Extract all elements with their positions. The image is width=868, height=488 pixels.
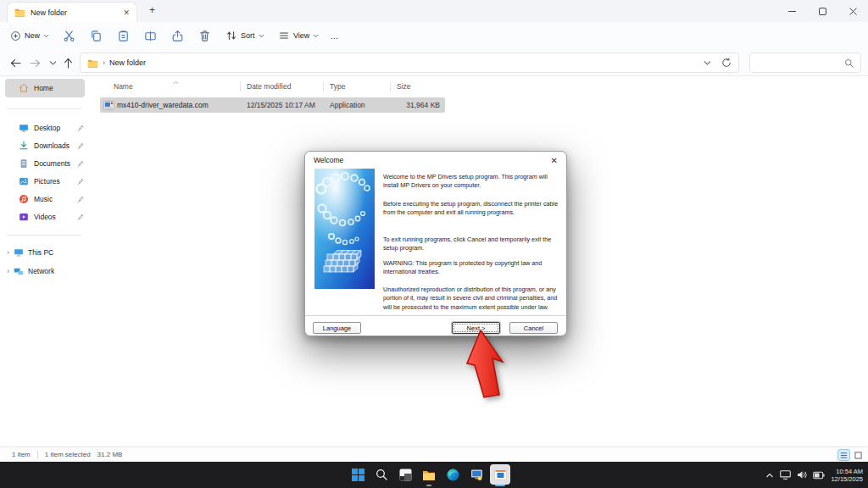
search-icon <box>844 58 854 68</box>
chevron-down-icon <box>259 34 264 38</box>
view-button[interactable]: View <box>278 22 319 49</box>
sort-ascending-icon <box>173 80 179 85</box>
network-tray-icon[interactable] <box>780 470 791 480</box>
search-input[interactable] <box>749 53 861 73</box>
file-row[interactable]: mx410-driver_waredata.com 12/15/2025 10:… <box>100 97 445 113</box>
paste-button[interactable] <box>117 22 130 49</box>
rename-button[interactable] <box>144 22 157 49</box>
large-icons-view-button[interactable] <box>852 449 865 461</box>
pin-icon <box>77 196 84 202</box>
breadcrumb[interactable]: › New folder <box>80 53 739 73</box>
edge-icon <box>447 469 459 481</box>
chevron-down-icon <box>43 34 49 38</box>
forward-button[interactable] <box>28 56 42 69</box>
sidebar-item-music[interactable]: Music <box>0 190 89 208</box>
taskbar: 10:54 AM 12/15/2025 <box>0 462 868 488</box>
sidebar-item-downloads[interactable]: Downloads <box>0 136 89 154</box>
home-icon <box>19 83 29 93</box>
sidebar-item-videos[interactable]: Videos <box>0 208 89 225</box>
dialog-separator <box>305 315 566 317</box>
windows-logo-icon <box>352 469 364 481</box>
taskbar-edge[interactable] <box>442 464 463 485</box>
cut-icon <box>63 30 75 42</box>
back-button[interactable] <box>8 56 22 69</box>
chevron-right-icon[interactable]: › <box>7 268 9 274</box>
cancel-button[interactable]: Cancel <box>509 322 558 334</box>
share-icon <box>171 30 184 42</box>
folder-icon <box>422 469 436 480</box>
battery-icon[interactable] <box>813 471 825 480</box>
file-name: mx410-driver_waredata.com <box>117 101 241 109</box>
maximize-button[interactable] <box>807 0 837 22</box>
address-bar-row: › New folder <box>0 49 868 76</box>
file-date: 12/15/2025 10:17 AM <box>241 101 324 109</box>
search-icon <box>376 469 387 480</box>
chevron-right-icon: › <box>103 58 105 67</box>
share-button[interactable] <box>171 22 184 49</box>
sidebar-item-network[interactable]: › Network <box>0 263 89 280</box>
column-header-name[interactable]: Name <box>100 78 240 95</box>
folder-icon <box>14 8 25 17</box>
dialog-title-bar[interactable]: Welcome ✕ <box>305 152 566 169</box>
paste-icon <box>117 30 130 42</box>
selection-size: 31.2 MB <box>97 451 123 458</box>
volume-icon[interactable] <box>797 470 807 480</box>
address-dropdown-icon[interactable] <box>704 60 711 66</box>
downloads-icon <box>19 141 29 151</box>
chevron-down-icon <box>313 34 319 38</box>
copy-button[interactable] <box>90 22 103 49</box>
sidebar-item-desktop[interactable]: Desktop <box>0 119 89 136</box>
sidebar-item-pictures[interactable]: Pictures <box>0 172 89 190</box>
sort-button[interactable]: Sort <box>225 22 264 49</box>
up-button[interactable] <box>61 56 75 69</box>
red-arrow-pointer <box>462 327 509 402</box>
taskbar-setup-app[interactable] <box>466 464 487 485</box>
copy-icon <box>90 30 103 42</box>
tab-close-icon[interactable]: ✕ <box>123 8 130 17</box>
sidebar: Home Desktop Downloads Documents Picture… <box>0 76 89 446</box>
breadcrumb-folder[interactable]: New folder <box>109 58 146 67</box>
column-header-size[interactable]: Size <box>391 78 445 95</box>
desktop-icon <box>19 123 29 133</box>
plus-circle-icon <box>10 30 21 42</box>
column-header-type[interactable]: Type <box>324 78 390 95</box>
explorer-tab[interactable]: New folder ✕ <box>7 2 137 22</box>
tray-chevron-up-icon[interactable] <box>765 472 774 479</box>
minimize-button[interactable] <box>776 0 807 22</box>
more-button[interactable]: ... <box>331 22 338 49</box>
sidebar-item-this-pc[interactable]: › This PC <box>0 244 89 261</box>
cut-button[interactable] <box>63 22 75 49</box>
taskbar-active-app[interactable] <box>490 464 510 485</box>
setup-dialog: Welcome ✕ <box>304 151 567 336</box>
pin-icon <box>77 160 84 167</box>
column-header-date-modified[interactable]: Date modified <box>241 78 323 95</box>
taskbar-file-explorer[interactable] <box>419 464 439 485</box>
taskbar-app-photos[interactable] <box>395 464 415 485</box>
sidebar-item-documents[interactable]: Documents <box>0 154 89 172</box>
videos-icon <box>19 212 29 222</box>
search-button[interactable] <box>371 464 392 485</box>
dialog-paragraph: WARNING: This program is protected by co… <box>383 259 564 277</box>
recent-locations-button[interactable] <box>46 56 59 69</box>
taskbar-clock[interactable]: 10:54 AM 12/15/2025 <box>831 468 863 483</box>
installer-icon <box>470 469 483 481</box>
start-button[interactable] <box>348 464 368 485</box>
trash-icon <box>198 30 211 42</box>
refresh-icon[interactable] <box>721 58 732 68</box>
sidebar-item-home[interactable]: Home <box>5 79 85 97</box>
close-button[interactable] <box>837 0 868 22</box>
setup-window-icon <box>494 469 507 481</box>
tab-strip: New folder ✕ + <box>0 0 868 22</box>
details-view-button[interactable] <box>837 449 850 461</box>
chevron-right-icon[interactable]: › <box>7 249 9 256</box>
pin-icon <box>77 214 84 220</box>
dialog-close-icon[interactable]: ✕ <box>551 156 558 165</box>
language-button[interactable]: Language <box>313 322 361 334</box>
delete-button[interactable] <box>198 22 211 49</box>
new-button[interactable]: New <box>10 22 49 49</box>
sort-icon <box>225 30 237 42</box>
dialog-paragraph: Before executing the setup program, disc… <box>383 200 564 218</box>
new-tab-button[interactable]: + <box>149 4 155 16</box>
selection-info: 1 item selected <box>45 451 91 458</box>
file-size: 31,964 KB <box>391 101 440 109</box>
